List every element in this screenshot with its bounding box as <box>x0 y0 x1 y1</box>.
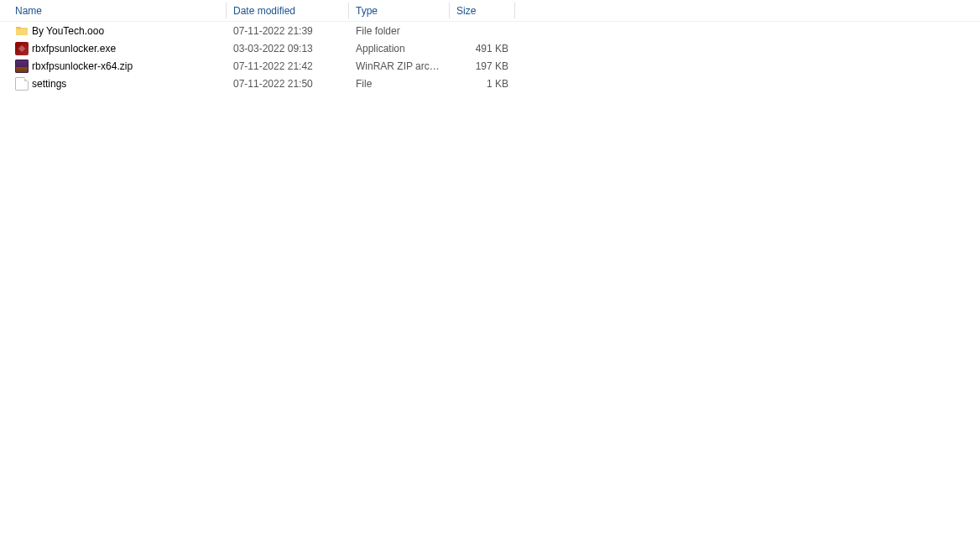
file-size-cell: 1 KB <box>450 78 515 90</box>
file-icon <box>15 77 29 91</box>
column-header-type[interactable]: Type <box>349 0 450 21</box>
column-header-date[interactable]: Date modified <box>227 0 349 21</box>
file-list: Name ˄ Date modified Type Size By YouTec… <box>0 0 980 92</box>
file-name-cell: settings <box>0 77 227 91</box>
file-row[interactable]: rbxfpsunlocker-x64.zip 07-11-2022 21:42 … <box>0 57 980 75</box>
column-header-name-label: Name <box>15 5 42 17</box>
column-header-type-label: Type <box>356 5 378 17</box>
file-size-cell: 491 KB <box>450 43 515 54</box>
sort-ascending-icon: ˄ <box>112 0 115 5</box>
file-size-cell: 197 KB <box>450 60 515 72</box>
file-type-cell: Application <box>349 43 450 54</box>
archive-icon <box>15 60 29 73</box>
folder-icon <box>15 24 29 38</box>
column-header-row: Name ˄ Date modified Type Size <box>0 0 980 22</box>
file-date-cell: 03-03-2022 09:13 <box>227 43 349 54</box>
file-name-label: rbxfpsunlocker.exe <box>32 43 116 54</box>
file-name-label: rbxfpsunlocker-x64.zip <box>32 60 133 72</box>
file-row[interactable]: settings 07-11-2022 21:50 File 1 KB <box>0 75 980 92</box>
file-type-cell: WinRAR ZIP archive <box>349 60 450 72</box>
file-date-cell: 07-11-2022 21:50 <box>227 78 349 90</box>
column-header-size[interactable]: Size <box>450 0 515 21</box>
file-name-cell: rbxfpsunlocker.exe <box>0 42 227 55</box>
file-name-label: settings <box>32 78 66 90</box>
column-header-date-label: Date modified <box>233 5 295 17</box>
file-type-cell: File folder <box>349 25 450 37</box>
file-date-cell: 07-11-2022 21:39 <box>227 25 349 37</box>
file-name-cell: rbxfpsunlocker-x64.zip <box>0 60 227 73</box>
column-header-size-label: Size <box>456 5 476 17</box>
column-header-name[interactable]: Name ˄ <box>0 0 227 21</box>
file-name-label: By YouTech.ooo <box>32 25 104 37</box>
file-row[interactable]: By YouTech.ooo 07-11-2022 21:39 File fol… <box>0 22 980 39</box>
file-date-cell: 07-11-2022 21:42 <box>227 60 349 72</box>
file-row[interactable]: rbxfpsunlocker.exe 03-03-2022 09:13 Appl… <box>0 39 980 57</box>
file-type-cell: File <box>349 78 450 90</box>
application-icon <box>15 42 29 55</box>
file-name-cell: By YouTech.ooo <box>0 24 227 38</box>
